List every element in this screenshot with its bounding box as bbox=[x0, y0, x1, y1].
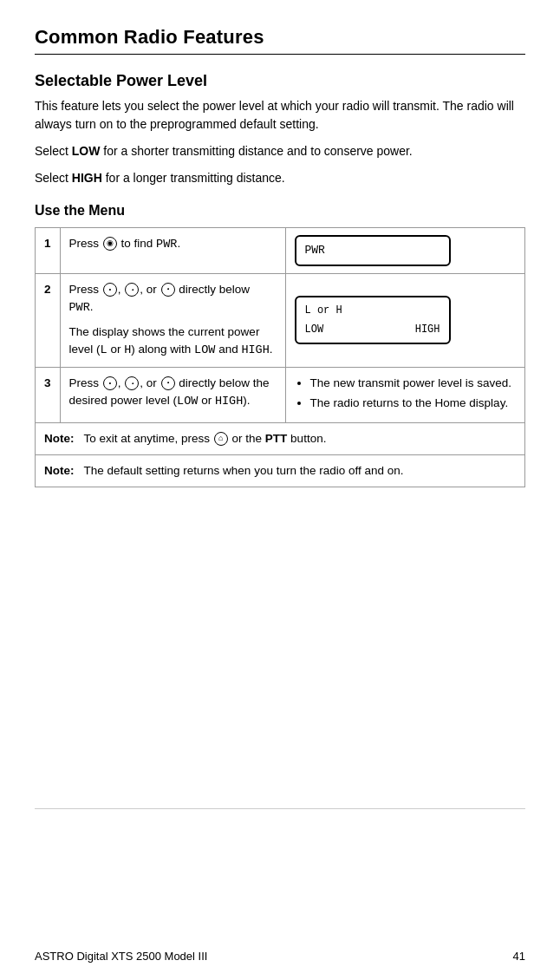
page-title: Common Radio Features bbox=[35, 26, 525, 49]
button-triple-icon-3 bbox=[161, 376, 175, 390]
display-low: LOW bbox=[305, 322, 324, 337]
result-list: The new transmit power level is saved. T… bbox=[295, 375, 516, 412]
button-double-icon bbox=[125, 283, 139, 297]
display-lor-h: L or H bbox=[305, 303, 440, 318]
bottom-spacer bbox=[35, 487, 525, 782]
note-1-row: Note: To exit at anytime, press or the P… bbox=[36, 422, 525, 454]
step-3-number: 3 bbox=[36, 367, 61, 422]
step-3-row: 3 Press , , or directly below the desire… bbox=[36, 367, 525, 422]
button-double-icon-3 bbox=[125, 376, 139, 390]
footer-rule bbox=[35, 808, 525, 809]
nav-button-icon bbox=[103, 237, 117, 251]
note-1-cell: Note: To exit at anytime, press or the P… bbox=[36, 422, 525, 454]
menu-table: 1 Press to find PWR. PWR 2 Press , , or … bbox=[35, 227, 525, 487]
display-box-1: PWR bbox=[295, 235, 451, 266]
intro-paragraph-3: Select HIGH for a longer transmitting di… bbox=[35, 169, 525, 187]
step-2-note: The display shows the current power leve… bbox=[69, 323, 277, 360]
low-label: LOW bbox=[72, 144, 101, 158]
intro-paragraph-1: This feature lets you select the power l… bbox=[35, 97, 525, 134]
page-footer: ASTRO Digital XTS 2500 Model III 41 bbox=[35, 950, 525, 963]
high-label: HIGH bbox=[72, 171, 102, 185]
result-item-2: The radio returns to the Home display. bbox=[310, 395, 516, 412]
step-1-display: PWR bbox=[285, 228, 524, 274]
step-3-results: The new transmit power level is saved. T… bbox=[285, 367, 524, 422]
display-high: HIGH bbox=[415, 322, 440, 337]
display-pwr: PWR bbox=[305, 244, 325, 257]
note-2-text: The default setting returns when you tur… bbox=[84, 464, 404, 477]
step-1-row: 1 Press to find PWR. PWR bbox=[36, 228, 525, 274]
ptt-label: PTT bbox=[265, 432, 288, 445]
step-2-display: L or H LOW HIGH bbox=[285, 273, 524, 367]
result-item-1: The new transmit power level is saved. bbox=[310, 375, 516, 392]
step-2-content: Press , , or directly below PWR. The dis… bbox=[60, 273, 285, 367]
note-2-cell: Note: The default setting returns when y… bbox=[36, 454, 525, 487]
step-3-content: Press , , or directly below the desired … bbox=[60, 367, 285, 422]
display-low-high: LOW HIGH bbox=[305, 322, 440, 337]
button-single-icon-3 bbox=[103, 376, 117, 390]
step-1-number: 1 bbox=[36, 228, 61, 274]
pwr-label-2: PWR bbox=[69, 301, 90, 314]
title-rule bbox=[35, 54, 525, 55]
note-1-label: Note: bbox=[44, 432, 75, 445]
button-triple-icon bbox=[161, 283, 175, 297]
home-button-icon bbox=[214, 432, 228, 446]
note-2-row: Note: The default setting returns when y… bbox=[36, 454, 525, 487]
step-2-row: 2 Press , , or directly below PWR. The d… bbox=[36, 273, 525, 367]
step-1-content: Press to find PWR. bbox=[60, 228, 285, 274]
display-box-2: L or H LOW HIGH bbox=[295, 296, 451, 344]
section-title: Selectable Power Level bbox=[35, 72, 525, 90]
button-single-icon bbox=[103, 283, 117, 297]
intro-paragraph-2: Select LOW for a shorter transmitting di… bbox=[35, 142, 525, 160]
step-2-number: 2 bbox=[36, 273, 61, 367]
pwr-label-1: PWR bbox=[156, 238, 177, 251]
note-2-label: Note: bbox=[44, 464, 75, 477]
subsection-title: Use the Menu bbox=[35, 203, 525, 219]
footer-right: 41 bbox=[513, 950, 525, 963]
footer-left: ASTRO Digital XTS 2500 Model III bbox=[35, 950, 207, 963]
